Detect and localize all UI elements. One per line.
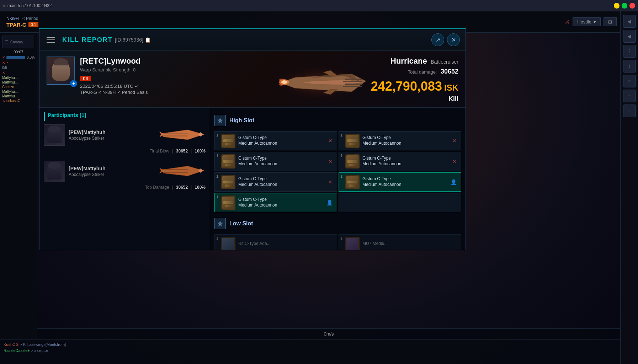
ship-type: Battlecruiser <box>431 59 458 65</box>
isk-value: 242,790,083 <box>371 79 442 94</box>
sidebar-right-btn-4[interactable]: ↕ <box>623 60 636 73</box>
damage-2: 30652 <box>176 185 188 190</box>
slot-item-icon-3 <box>221 154 235 168</box>
sidebar-right-btn-5[interactable]: ≡ <box>623 75 636 87</box>
chat-line-2: RazzleDazzle+ > x ceptor <box>4 348 617 354</box>
ship-stats: Hurricane Battlecruiser Total damage: 30… <box>371 57 458 103</box>
sidebar-right-btn-1[interactable]: ◀ <box>623 15 636 28</box>
nav-period: < Period <box>22 16 38 21</box>
hostile-dropdown[interactable]: Hostile ▾ <box>573 17 601 26</box>
sidebar-btn-commands[interactable]: ☰ Comma... <box>2 36 34 48</box>
slot-num-3: 1 <box>216 154 218 158</box>
maximize-button[interactable] <box>622 3 627 9</box>
slot-num-7: 1 <box>216 195 218 199</box>
slot-person-7[interactable]: 👤 <box>325 199 334 206</box>
sidebar-item-1[interactable]: 0/5 <box>2 66 35 70</box>
slot-num-4: 1 <box>340 154 342 158</box>
ship-svg <box>266 54 373 108</box>
sidebar-right-btn-7[interactable]: ≡ <box>623 105 636 117</box>
participant-avatar-2[interactable] <box>44 161 65 182</box>
sidebar-player-1[interactable]: Mattyhu... <box>2 76 35 80</box>
low-slot-num-1: 1 <box>216 236 218 240</box>
slot-close-3[interactable]: ✕ <box>327 158 334 165</box>
cannon-icon-3 <box>222 155 234 167</box>
blow-label-2: Top Damage <box>145 185 169 190</box>
participant-card-2: [PEW]Mattyhuh Apocalypse Striker <box>44 161 206 191</box>
low-slot-header: Low Slot <box>214 215 461 232</box>
copy-icon[interactable]: 📋 <box>145 37 151 43</box>
menu-line-3 <box>47 42 55 43</box>
player-kushog: KushOG <box>4 342 18 347</box>
participant-name-1: [PEW]Mattyhuh <box>69 129 156 135</box>
sidebar-x-2[interactable]: ✕ <box>2 71 35 75</box>
sidebar-player-6[interactable]: ⚔ sekushO... <box>2 99 35 103</box>
more-icon: ⋮ <box>627 48 632 54</box>
game-hud: 0m/s <box>37 328 620 339</box>
header-actions: ↗ ✕ <box>431 33 460 46</box>
pct-1: 100% <box>195 149 206 154</box>
low-slot-item-text-1: Rit C-Type Ada... <box>238 241 334 247</box>
progress-bar: ✕ 0.0% <box>2 55 35 59</box>
slot-close-4[interactable]: ✕ <box>451 158 458 165</box>
dropdown-arrow: ▾ <box>594 19 596 25</box>
high-slot-header: High Slot <box>214 112 461 129</box>
nav-badge: 0.1 <box>28 22 38 27</box>
sidebar-player-2[interactable]: Mattyhu... <box>2 80 35 84</box>
close-button[interactable] <box>629 3 635 9</box>
nav-system: TPAR-G <box>6 22 26 28</box>
sidebar-right-btn-3[interactable]: ⋮ <box>623 45 636 58</box>
slot-num-5: 1 <box>216 174 218 178</box>
avatar-add-button[interactable]: + <box>70 80 77 87</box>
svg-rect-12 <box>345 84 362 85</box>
participant-avatar-1[interactable] <box>44 124 65 146</box>
sidebar-player-5[interactable]: Mattyhu... <box>2 94 35 98</box>
ship-image <box>266 54 373 108</box>
kill-report-header: KILL REPORT [ID:6975936] 📋 ↗ ✕ <box>39 29 466 51</box>
sidebar-player-4[interactable]: Mattyhu... <box>2 90 35 93</box>
slots-panel: High Slot 1 Gistum C-TypeMedium Autocann… <box>210 108 466 250</box>
slot-close-5[interactable]: ✕ <box>327 178 334 186</box>
slot-item-icon-1 <box>221 134 235 148</box>
participants-title: Participants [1] <box>44 112 206 121</box>
minimize-button[interactable] <box>614 3 620 9</box>
slot-item-text-5: Gistum C-TypeMedium Autocannon <box>238 176 324 187</box>
svg-marker-23 <box>159 168 163 173</box>
speed-display: 0m/s <box>324 331 334 337</box>
sidebar-right-btn-2[interactable]: ◀ <box>623 30 636 43</box>
sidebar-x-1[interactable]: ✕ × <box>2 61 35 65</box>
close-report-button[interactable]: ✕ <box>447 33 460 46</box>
cannon-icon-2 <box>346 135 358 147</box>
share-button[interactable]: ↗ <box>431 33 444 46</box>
low-slot-icon <box>214 218 226 229</box>
commands-icon: ☰ <box>5 40 8 44</box>
menu-button[interactable] <box>45 33 58 46</box>
slot-item-icon-4 <box>345 154 360 168</box>
slot-person-6[interactable]: 👤 <box>449 178 458 186</box>
participant-stats-2: Top Damage | 30652 | 100% <box>44 183 206 191</box>
hostile-icon: ⚔ <box>565 18 570 25</box>
cannon-icon-7 <box>222 197 234 209</box>
slot-item-icon-5 <box>221 175 235 189</box>
slot-close-1[interactable]: ✕ <box>327 137 334 144</box>
participant-weapon-1 <box>159 128 206 142</box>
kill-report-id: [ID:6975936] <box>115 37 143 43</box>
low-slot-item-icon-1 <box>221 237 235 250</box>
low-slot-item-name-1: Rit C-Type Ada... <box>238 241 334 247</box>
list-icon-3: ≡ <box>628 108 631 114</box>
filter-button[interactable]: ⊟ <box>604 17 617 26</box>
slot-close-2[interactable]: ✕ <box>451 137 458 144</box>
slot-item-text-7: Gistum C-TypeMedium Autocannon <box>238 197 322 208</box>
sidebar-player-3[interactable]: Chezzo <box>2 85 35 89</box>
menu-line-1 <box>47 37 55 38</box>
sidebar-right-btn-6[interactable]: ≡ <box>623 90 636 102</box>
hostile-label: Hostile <box>577 19 591 25</box>
total-damage-label: Total damage: <box>408 69 437 75</box>
close-icon: ✕ <box>451 37 456 43</box>
slot-item-name-5: Gistum C-TypeMedium Autocannon <box>238 176 324 187</box>
svg-rect-21 <box>163 169 188 170</box>
list-icon-1: ≡ <box>628 78 631 84</box>
victim-avatar: + <box>47 57 75 85</box>
low-slot-item-icon-2 <box>345 237 360 250</box>
cannon-icon-1 <box>222 135 234 147</box>
participant-card-1: [PEW]Mattyhuh Apocalypse Striker <box>44 124 206 155</box>
